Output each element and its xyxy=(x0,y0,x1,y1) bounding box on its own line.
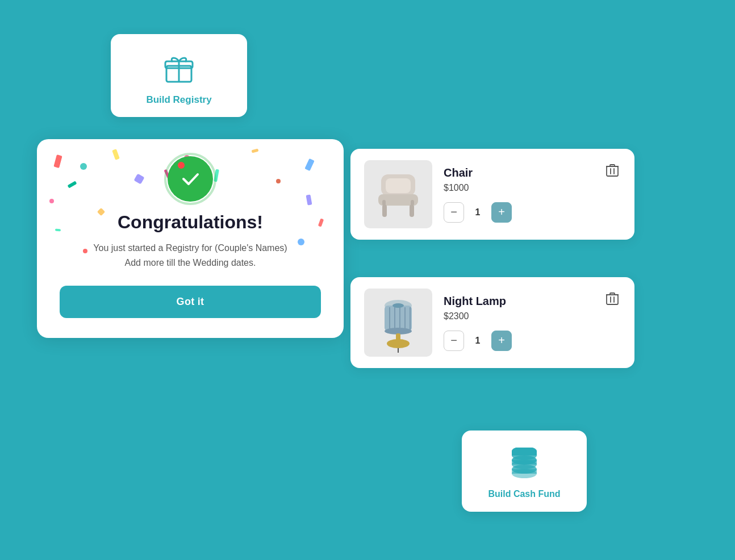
lamp-image xyxy=(364,289,432,357)
congratulations-modal: Congratulations! You just started a Regi… xyxy=(37,139,344,338)
lamp-quantity-decrease[interactable]: − xyxy=(444,331,464,351)
lamp-quantity-value: 1 xyxy=(473,336,482,346)
svg-rect-9 xyxy=(386,178,411,193)
svg-rect-6 xyxy=(410,204,414,217)
svg-rect-7 xyxy=(382,200,386,206)
chair-name: Chair xyxy=(444,166,592,179)
coins-icon xyxy=(507,448,541,481)
chair-quantity-controls: − 1 + xyxy=(444,202,592,223)
chair-price: $1000 xyxy=(444,183,592,193)
lamp-quantity-controls: − 1 + xyxy=(444,331,592,351)
lamp-info: Night Lamp $2300 − 1 + xyxy=(444,295,592,351)
congratulations-title: Congratulations! xyxy=(118,212,263,233)
chair-product-card: Chair $1000 − 1 + xyxy=(350,149,634,240)
svg-rect-26 xyxy=(607,295,618,304)
got-it-button[interactable]: Got it xyxy=(60,286,321,318)
chair-quantity-increase[interactable]: + xyxy=(491,202,512,223)
chair-quantity-value: 1 xyxy=(473,207,482,218)
lamp-product-card: Night Lamp $2300 − 1 + xyxy=(350,277,634,368)
svg-rect-5 xyxy=(382,204,387,217)
lamp-name: Night Lamp xyxy=(444,295,592,308)
svg-rect-8 xyxy=(411,200,414,206)
lamp-price: $2300 xyxy=(444,311,592,321)
chair-image xyxy=(364,160,432,228)
svg-rect-10 xyxy=(607,166,618,176)
chair-quantity-decrease[interactable]: − xyxy=(444,202,464,223)
svg-point-23 xyxy=(387,339,410,348)
build-cash-fund-card[interactable]: Build Cash Fund xyxy=(462,431,587,512)
lamp-quantity-increase[interactable]: + xyxy=(491,331,512,351)
congratulations-subtitle: You just started a Registry for (Couple'… xyxy=(93,241,287,270)
build-registry-label: Build Registry xyxy=(146,94,211,106)
lamp-delete-button[interactable] xyxy=(604,290,621,310)
build-registry-card[interactable]: Build Registry xyxy=(111,34,247,117)
build-cash-fund-label: Build Cash Fund xyxy=(488,489,560,499)
svg-point-25 xyxy=(392,303,404,308)
svg-rect-15 xyxy=(385,306,412,331)
gift-icon xyxy=(162,51,196,87)
chair-info: Chair $1000 − 1 + xyxy=(444,166,592,223)
chair-delete-button[interactable] xyxy=(604,161,621,181)
success-badge xyxy=(168,156,213,202)
